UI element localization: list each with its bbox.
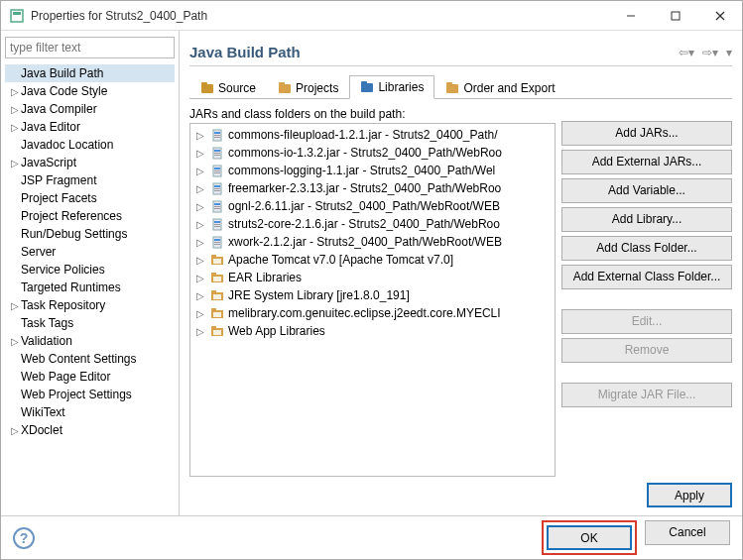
library-item[interactable]: ▷freemarker-2.3.13.jar - Struts2_0400_Pa… (192, 179, 553, 197)
tree-item[interactable]: Service Policies (5, 261, 175, 279)
expand-icon[interactable]: ▷ (9, 104, 21, 115)
expand-icon[interactable]: ▷ (9, 158, 21, 168)
add-library-button[interactable]: Add Library... (561, 207, 732, 232)
left-pane: Java Build Path▷Java Code Style▷Java Com… (1, 31, 180, 515)
library-item[interactable]: ▷xwork-2.1.2.jar - Struts2_0400_Path/Web… (192, 233, 553, 251)
svg-rect-24 (214, 170, 220, 171)
category-tree[interactable]: Java Build Path▷Java Code Style▷Java Com… (5, 62, 175, 511)
menu-icon[interactable]: ▾ (726, 46, 732, 59)
svg-rect-16 (214, 135, 220, 136)
ok-button[interactable]: OK (547, 525, 632, 550)
svg-rect-44 (213, 259, 221, 264)
expand-icon[interactable]: ▷ (9, 425, 21, 436)
tree-item[interactable]: Web Content Settings (5, 350, 175, 368)
library-item[interactable]: ▷melibrary.com.genuitec.eclipse.j2eedt.c… (192, 304, 553, 322)
add-jars-button[interactable]: Add JARs... (561, 121, 732, 146)
help-icon[interactable]: ? (13, 527, 35, 549)
filter-input[interactable] (5, 37, 175, 58)
tree-item[interactable]: WikiText (5, 403, 175, 421)
tree-item[interactable]: ▷JavaScript (5, 154, 175, 171)
add-external-jars-button[interactable]: Add External JARs... (561, 150, 732, 174)
expand-icon[interactable]: ▷ (196, 130, 206, 141)
library-item[interactable]: ▷EAR Libraries (192, 269, 553, 286)
tree-item[interactable]: Project References (5, 207, 175, 225)
expand-icon[interactable]: ▷ (9, 122, 21, 133)
svg-rect-40 (214, 242, 220, 243)
migrate-jar-button[interactable]: Migrate JAR File... (561, 383, 732, 407)
library-item[interactable]: ▷commons-logging-1.1.jar - Struts2_0400_… (192, 162, 553, 179)
add-class-folder-button[interactable]: Add Class Folder... (561, 236, 732, 261)
expand-icon[interactable]: ▷ (196, 255, 206, 266)
apply-button[interactable]: Apply (647, 483, 732, 507)
library-item-label: EAR Libraries (228, 271, 302, 284)
tree-item[interactable]: JSP Fragment (5, 171, 175, 189)
maximize-button[interactable] (653, 1, 697, 30)
tree-item[interactable]: ▷Validation (5, 332, 175, 350)
expand-icon[interactable]: ▷ (9, 300, 21, 311)
tree-item[interactable]: Project Facets (5, 189, 175, 207)
expand-icon[interactable]: ▷ (196, 273, 206, 283)
minimize-button[interactable] (608, 1, 653, 30)
library-item-label: melibrary.com.genuitec.eclipse.j2eedt.co… (228, 306, 501, 320)
tab-source[interactable]: Source (189, 76, 267, 99)
tree-item[interactable]: Java Build Path (5, 64, 175, 82)
expand-icon[interactable]: ▷ (9, 86, 21, 97)
list-label: JARs and class folders on the build path… (189, 107, 556, 121)
expand-icon[interactable]: ▷ (196, 166, 206, 176)
svg-rect-21 (214, 155, 220, 156)
tree-item[interactable]: Server (5, 243, 175, 261)
library-item[interactable]: ▷Apache Tomcat v7.0 [Apache Tomcat v7.0] (192, 251, 553, 269)
libraries-list[interactable]: ▷commons-fileupload-1.2.1.jar - Struts2_… (189, 123, 556, 477)
tree-item[interactable]: ▷XDoclet (5, 421, 175, 439)
svg-rect-37 (214, 226, 220, 227)
tree-item[interactable]: ▷Java Compiler (5, 100, 175, 118)
tree-item[interactable]: Run/Debug Settings (5, 225, 175, 243)
expand-icon[interactable]: ▷ (196, 201, 206, 212)
edit-button[interactable]: Edit... (561, 309, 732, 334)
expand-icon[interactable]: ▷ (196, 237, 206, 248)
add-variable-button[interactable]: Add Variable... (561, 178, 732, 203)
tab-libraries[interactable]: Libraries (349, 75, 434, 99)
tree-item-label: Java Code Style (21, 84, 107, 98)
right-pane: Java Build Path ⇦▾ ⇨▾ ▾ SourceProjectsLi… (180, 31, 742, 515)
library-item[interactable]: ▷commons-io-1.3.2.jar - Struts2_0400_Pat… (192, 144, 553, 162)
tree-item[interactable]: Javadoc Location (5, 136, 175, 154)
library-item[interactable]: ▷JRE System Library [jre1.8.0_191] (192, 286, 553, 304)
back-icon[interactable]: ⇦▾ (679, 46, 694, 59)
tree-item-label: Server (21, 245, 56, 259)
add-external-class-folder-button[interactable]: Add External Class Folder... (561, 265, 732, 289)
close-button[interactable] (697, 1, 742, 30)
tree-item[interactable]: Task Tags (5, 314, 175, 332)
tree-item[interactable]: ▷Java Code Style (5, 82, 175, 100)
tree-item[interactable]: ▷Java Editor (5, 118, 175, 136)
expand-icon[interactable]: ▷ (196, 183, 206, 194)
library-item[interactable]: ▷Web App Libraries (192, 322, 553, 340)
library-item-label: commons-logging-1.1.jar - Struts2_0400_P… (228, 164, 495, 177)
library-item[interactable]: ▷commons-fileupload-1.2.1.jar - Struts2_… (192, 126, 553, 144)
tree-item-label: JSP Fragment (21, 173, 96, 187)
expand-icon[interactable]: ▷ (196, 219, 206, 230)
remove-button[interactable]: Remove (561, 338, 732, 363)
expand-icon[interactable]: ▷ (9, 336, 21, 347)
forward-icon[interactable]: ⇨▾ (702, 46, 718, 59)
expand-icon[interactable]: ▷ (196, 308, 206, 319)
svg-rect-33 (214, 208, 220, 209)
svg-rect-27 (214, 185, 220, 187)
expand-icon[interactable]: ▷ (196, 148, 206, 159)
cancel-button[interactable]: Cancel (645, 520, 730, 545)
tree-item-label: Task Repository (21, 298, 105, 312)
tree-item[interactable]: Web Page Editor (5, 368, 175, 386)
tab-label: Projects (296, 81, 338, 95)
window-title: Properties for Struts2_0400_Path (31, 9, 207, 23)
tree-item[interactable]: Web Project Settings (5, 386, 175, 403)
expand-icon[interactable]: ▷ (196, 290, 206, 301)
library-item[interactable]: ▷ognl-2.6.11.jar - Struts2_0400_Path/Web… (192, 197, 553, 215)
expand-icon[interactable]: ▷ (196, 326, 206, 337)
tree-item[interactable]: Targeted Runtimes (5, 279, 175, 296)
tab-label: Libraries (378, 80, 424, 94)
tab-projects[interactable]: Projects (267, 76, 349, 99)
tree-item[interactable]: ▷Task Repository (5, 296, 175, 314)
library-item[interactable]: ▷struts2-core-2.1.6.jar - Struts2_0400_P… (192, 215, 553, 233)
svg-rect-47 (213, 277, 221, 281)
tab-order[interactable]: Order and Export (434, 76, 565, 99)
